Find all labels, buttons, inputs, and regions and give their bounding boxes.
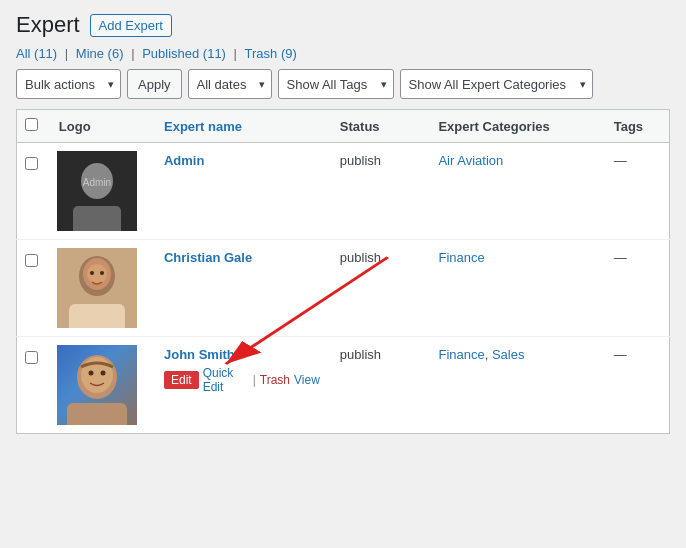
add-expert-button[interactable]: Add Expert <box>90 14 172 37</box>
row-checkbox[interactable] <box>25 254 38 267</box>
row-logo-cell <box>49 337 154 434</box>
row-check-cell <box>17 143 49 240</box>
category-link-christian[interactable]: Finance <box>438 250 484 265</box>
row-categories-cell: Finance, Sales <box>428 337 603 434</box>
tags-dash-admin: — <box>614 153 627 168</box>
show-all-expert-cats-wrapper: Show All Expert Categories <box>400 69 593 99</box>
row-categories-cell: Air Aviation <box>428 143 603 240</box>
expert-name-link-john[interactable]: John Smith <box>164 347 235 362</box>
quick-edit-link-john[interactable]: Quick Edit <box>203 366 249 394</box>
svg-rect-2 <box>73 206 121 231</box>
expert-logo-admin: Admin <box>57 151 137 231</box>
svg-text:Admin: Admin <box>83 177 111 188</box>
tags-dash-christian: — <box>614 250 627 265</box>
apply-button[interactable]: Apply <box>127 69 182 99</box>
tabs-row: All (11) | Mine (6) | Published (11) | T… <box>16 46 670 61</box>
row-check-cell <box>17 337 49 434</box>
table-row: Christian Gale publish Finance — <box>17 240 670 337</box>
select-all-checkbox[interactable] <box>25 118 38 131</box>
tags-dash-john: — <box>614 347 627 362</box>
show-all-tags-select[interactable]: Show All Tags <box>278 69 394 99</box>
row-check-cell <box>17 240 49 337</box>
row-checkbox[interactable] <box>25 157 38 170</box>
tab-published[interactable]: Published (11) <box>142 46 226 61</box>
header-status: Status <box>330 110 429 143</box>
header-expert-name: Expert name <box>154 110 330 143</box>
all-dates-wrapper: All dates <box>188 69 272 99</box>
row-name-cell: Admin <box>154 143 330 240</box>
tab-all[interactable]: All (11) <box>16 46 57 61</box>
status-badge-admin: publish <box>340 153 381 168</box>
edit-button-john[interactable]: Edit <box>164 371 199 389</box>
view-link-john[interactable]: View <box>294 373 320 387</box>
header-tags: Tags <box>604 110 670 143</box>
table-row: Admin Admin publish Air Aviation — <box>17 143 670 240</box>
row-status-cell: publish <box>330 143 429 240</box>
expert-logo-christian <box>57 248 137 328</box>
bulk-actions-wrapper: Bulk actions <box>16 69 121 99</box>
svg-point-8 <box>87 264 107 284</box>
category-link-john-sales[interactable]: Sales <box>492 347 525 362</box>
status-badge-christian: publish <box>340 250 381 265</box>
svg-point-16 <box>88 371 93 376</box>
experts-table: Logo Expert name Status Expert Categorie… <box>16 109 670 434</box>
row-logo-cell: Admin <box>49 143 154 240</box>
row-tags-cell: — <box>604 143 670 240</box>
row-checkbox[interactable] <box>25 351 38 364</box>
toolbar: Bulk actions Apply All dates Show All Ta… <box>16 69 670 99</box>
expert-logo-john <box>57 345 137 425</box>
row-actions-john: Edit Quick Edit | Trash View <box>164 366 320 394</box>
bulk-actions-select[interactable]: Bulk actions <box>16 69 121 99</box>
category-link-admin[interactable]: Air Aviation <box>438 153 503 168</box>
trash-link-john[interactable]: Trash <box>260 373 290 387</box>
row-status-cell: publish <box>330 240 429 337</box>
row-status-cell: publish <box>330 337 429 434</box>
header-expert-categories: Expert Categories <box>428 110 603 143</box>
show-all-expert-cats-select[interactable]: Show All Expert Categories <box>400 69 593 99</box>
row-name-cell: John Smith Edit Quick Edit | Trash View <box>154 337 330 434</box>
table-row: John Smith Edit Quick Edit | Trash View … <box>17 337 670 434</box>
row-categories-cell: Finance <box>428 240 603 337</box>
experts-table-container: Logo Expert name Status Expert Categorie… <box>16 109 670 434</box>
status-badge-john: publish <box>340 347 381 362</box>
row-tags-cell: — <box>604 337 670 434</box>
header-check <box>17 110 49 143</box>
expert-name-link-admin[interactable]: Admin <box>164 153 204 168</box>
row-logo-cell <box>49 240 154 337</box>
all-dates-select[interactable]: All dates <box>188 69 272 99</box>
svg-point-9 <box>90 271 94 275</box>
tab-mine[interactable]: Mine (6) <box>76 46 124 61</box>
svg-point-10 <box>100 271 104 275</box>
tab-trash[interactable]: Trash (9) <box>245 46 297 61</box>
header-logo: Logo <box>49 110 154 143</box>
svg-rect-15 <box>67 403 127 425</box>
category-link-john-finance[interactable]: Finance <box>438 347 484 362</box>
expert-name-link-christian[interactable]: Christian Gale <box>164 250 252 265</box>
row-tags-cell: — <box>604 240 670 337</box>
row-name-cell: Christian Gale <box>154 240 330 337</box>
svg-rect-7 <box>69 304 125 328</box>
page-title: Expert <box>16 12 80 38</box>
show-all-tags-wrapper: Show All Tags <box>278 69 394 99</box>
svg-point-17 <box>100 371 105 376</box>
